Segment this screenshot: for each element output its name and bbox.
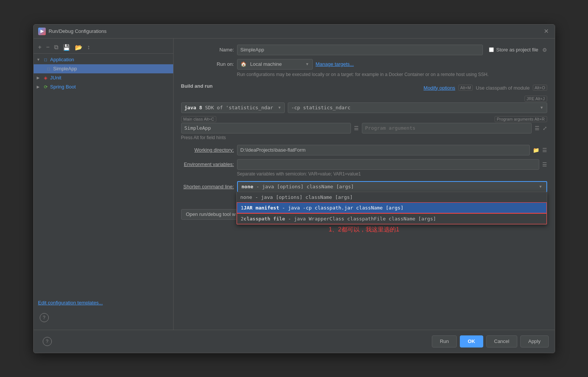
dialog-title: Run/Debug Configurations	[49, 28, 107, 34]
mainclass-row: ☰ ☰ ⤢	[181, 123, 547, 133]
application-icon: □	[43, 57, 49, 63]
junit-label: JUnit	[50, 75, 62, 81]
store-label: Store as project file	[496, 47, 538, 53]
sort-button[interactable]: ↕	[85, 43, 92, 51]
run-button[interactable]: Run	[432, 335, 457, 348]
prog-args-hint-label: Program arguments Alt+R	[495, 116, 547, 122]
bottom-help-button[interactable]: ?	[43, 337, 52, 346]
add-config-button[interactable]: +	[37, 43, 43, 51]
bottom-right: Run OK Cancel Apply	[432, 335, 548, 348]
env-vars-label: Environment variables:	[181, 161, 234, 167]
sdk-arrow-icon: ▼	[278, 105, 281, 110]
copy-config-button[interactable]: ⧉	[53, 43, 60, 51]
working-dir-row: Working directory: 📁 ☰	[181, 145, 547, 155]
shorten-dropdown[interactable]: none - java [options] className [args] ▼	[237, 181, 547, 192]
field-hint: Press Alt for field hints	[181, 135, 547, 140]
main-class-hint: Main class Alt+C	[181, 116, 217, 122]
modify-options-link[interactable]: Modify options	[424, 85, 455, 91]
local-machine-label: Local machine	[250, 61, 282, 67]
working-dir-input[interactable]	[237, 145, 530, 155]
simpleapp-label: SimpleApp	[53, 66, 77, 71]
junit-icon: ◈	[43, 75, 49, 81]
manage-targets-link[interactable]: Manage targets...	[316, 61, 354, 67]
edit-templates-link[interactable]: Edit configuration templates...	[34, 297, 173, 309]
save-config-button[interactable]: 💾	[61, 43, 72, 52]
tree-item-simpleapp[interactable]: □ SimpleApp	[34, 64, 173, 73]
classpath-dropdown[interactable]: -cp statistics_ndarc ▼	[288, 102, 547, 113]
name-input[interactable]	[237, 45, 483, 55]
cancel-button[interactable]: Cancel	[486, 335, 517, 348]
dropdown-arrow-icon: ▼	[306, 62, 309, 66]
left-panel: + − ⧉ 💾 📂 ↕ ▼ □ Application □ SimpleApp …	[34, 39, 174, 330]
build-row: java 8 SDK of 'statistics_ndar ▼ -cp sta…	[181, 102, 547, 113]
main-class-browse-icon[interactable]: ☰	[354, 125, 359, 131]
name-row: Name: Store as project file ⚙	[181, 45, 547, 55]
env-hint: Separate variables with semicolon: VAR=v…	[237, 171, 547, 177]
classpath-label: -cp statistics_ndarc	[291, 105, 540, 110]
remove-config-button[interactable]: −	[45, 43, 51, 51]
modify-options-shortcut: Alt+M	[458, 85, 473, 91]
env-vars-input[interactable]	[237, 159, 539, 170]
store-checkbox-row: Store as project file ⚙	[489, 47, 547, 53]
chevron-right-springboot-icon: ▶	[37, 85, 41, 89]
shorten-label: Shorten command line:	[181, 184, 234, 189]
env-row: Environment variables: ☰	[181, 159, 547, 170]
tree-item-junit[interactable]: ▶ ◈ JUnit	[34, 73, 173, 82]
tree-item-spring-boot[interactable]: ▶ ⟳ Spring Boot	[34, 82, 173, 92]
store-checkbox[interactable]	[489, 47, 494, 52]
tree-item-application[interactable]: ▼ □ Application	[34, 55, 173, 64]
new-folder-button[interactable]: 📂	[73, 43, 84, 52]
working-dir-label: Working directory:	[181, 147, 234, 153]
title-bar-left: ▶ Run/Debug Configurations	[38, 28, 107, 35]
open-tool-button[interactable]: Open run/debug tool w	[181, 209, 241, 220]
shorten-arrow-icon: ▼	[539, 185, 543, 189]
dropdown-option-jar[interactable]: 1JAR manifest - java -cp classpath.jar c…	[237, 202, 547, 213]
bottom-bar: ? Run OK Cancel Apply	[34, 330, 555, 353]
chevron-right-icon: ▶	[37, 76, 41, 80]
prog-args-input[interactable]	[362, 123, 532, 133]
sdk-label: java 8 SDK of 'statistics_ndar	[185, 105, 273, 110]
working-dir-expand-icon[interactable]: ☰	[542, 147, 547, 153]
build-run-title: Build and run	[181, 83, 213, 89]
shorten-dropdown-menu: none - java [options] className [args] 1…	[236, 192, 547, 225]
classpath-arrow-icon: ▼	[540, 105, 544, 110]
close-button[interactable]: ✕	[543, 28, 550, 35]
help-button[interactable]: ?	[40, 313, 49, 322]
tree-toolbar: + − ⧉ 💾 📂 ↕	[34, 42, 173, 54]
app-icon: ▶	[38, 28, 46, 35]
simpleapp-icon: □	[46, 66, 52, 72]
main-class-input[interactable]	[181, 123, 351, 133]
run-on-label: Run on:	[181, 61, 234, 67]
gear-icon[interactable]: ⚙	[542, 47, 547, 53]
jre-hint: JRE Alt+J	[524, 96, 547, 102]
sdk-dropdown[interactable]: java 8 SDK of 'statistics_ndar ▼	[181, 102, 285, 113]
use-classpath-shortcut: Alt+O	[533, 85, 547, 91]
dropdown-option-classpath[interactable]: 2classpath file - java WrapperClass clas…	[237, 213, 547, 224]
annotation-text: 1、2都可以，我这里选的1	[181, 226, 547, 234]
right-panel: Name: Store as project file ⚙ Run on: 🏠 …	[174, 39, 555, 330]
run-on-hint: Run configurations may be executed local…	[237, 71, 547, 78]
shorten-selected-label: none - java [options] className [args]	[242, 184, 539, 189]
use-classpath-label: Use classpath of module	[476, 85, 529, 91]
run-on-dropdown[interactable]: 🏠 Local machine ▼	[237, 59, 313, 70]
shorten-row: Shorten command line: none - java [optio…	[181, 181, 547, 192]
application-label: Application	[50, 57, 74, 62]
content-area: + − ⧉ 💾 📂 ↕ ▼ □ Application □ SimpleApp …	[34, 39, 555, 330]
run-on-row: Run on: 🏠 Local machine ▼ Manage targets…	[181, 59, 547, 70]
env-vars-edit-icon[interactable]: ☰	[542, 161, 547, 168]
chevron-down-icon: ▼	[37, 57, 41, 62]
ok-button[interactable]: OK	[460, 335, 483, 348]
bottom-left: ?	[40, 334, 55, 349]
dropdown-option-none[interactable]: none - java [options] className [args]	[237, 192, 547, 202]
apply-button[interactable]: Apply	[520, 335, 549, 348]
title-bar: ▶ Run/Debug Configurations ✕	[34, 25, 555, 39]
prog-args-expand-icon[interactable]: ⤢	[543, 125, 547, 131]
prog-args-browse-icon[interactable]: ☰	[535, 125, 540, 131]
run-debug-dialog: ▶ Run/Debug Configurations ✕ + − ⧉ 💾 📂 ↕…	[33, 24, 555, 353]
spring-boot-icon: ⟳	[43, 84, 49, 90]
folder-browse-icon[interactable]: 📁	[533, 147, 539, 153]
name-label: Name:	[181, 47, 234, 53]
spring-boot-label: Spring Boot	[50, 84, 76, 90]
